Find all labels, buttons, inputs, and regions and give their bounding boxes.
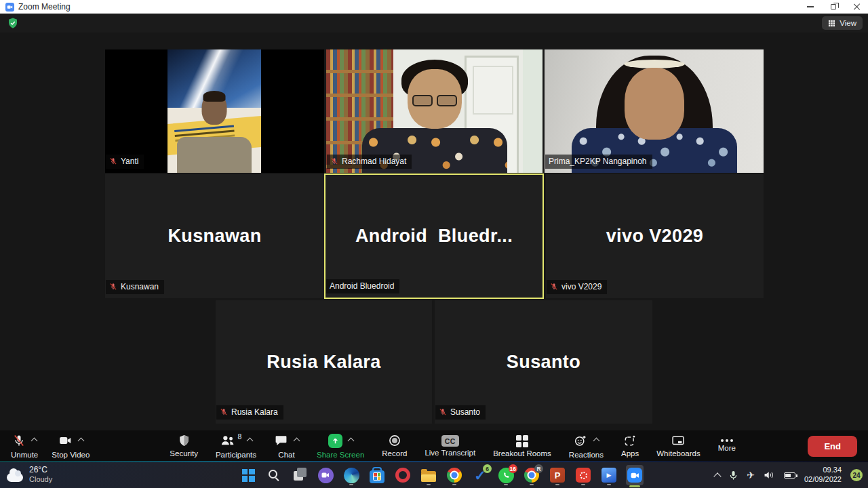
speaker-icon[interactable] (764, 470, 775, 480)
airplane-mode-icon[interactable]: ✈ (747, 470, 755, 480)
security-button[interactable]: Security (170, 434, 198, 459)
close-button[interactable] (845, 0, 868, 14)
participant-name-tag: Kusnawan (106, 280, 164, 294)
participant-name-tag: Prima_KP2KP Nangapinoh (545, 155, 652, 169)
whatsapp-button[interactable]: 16 (497, 464, 515, 487)
folder-icon (421, 471, 436, 482)
battery-charging-icon[interactable] (784, 472, 795, 479)
participants-icon (220, 434, 236, 447)
taskbar-clock[interactable]: 09.34 02/09/2022 (804, 466, 842, 485)
system-tray: ✈ 09.34 02/09/2022 24 (715, 462, 863, 488)
file-explorer-button[interactable] (420, 464, 437, 487)
shield-icon (178, 434, 191, 447)
person-face (625, 68, 684, 140)
movies-tv-button[interactable]: ▶ (600, 464, 618, 487)
minimize-button[interactable] (799, 0, 822, 14)
person-silhouette-head (202, 93, 227, 125)
chevron-up-icon[interactable] (294, 438, 300, 445)
video-tile-susanto[interactable]: Susanto Susanto (435, 300, 652, 424)
end-meeting-button[interactable]: End (808, 436, 857, 457)
stop-video-button[interactable]: Stop Video (52, 434, 90, 459)
view-button[interactable]: View (822, 16, 863, 30)
zoom-app-taskbar-button[interactable] (626, 465, 644, 485)
participant-name-tag: Rusia Kalara (216, 405, 283, 420)
todo-app-button[interactable]: ✓ 6 (471, 464, 489, 487)
tray-mic-icon[interactable] (729, 470, 738, 481)
chevron-up-icon[interactable] (247, 438, 254, 445)
powerpoint-button[interactable]: P (549, 464, 566, 487)
opera-browser-button[interactable] (394, 464, 412, 487)
participant-name: Rachmad Hidayat (342, 157, 406, 166)
tray-chevron-up-icon[interactable] (714, 472, 722, 480)
apps-button[interactable]: Apps (621, 434, 639, 459)
whiteboard-icon (671, 434, 686, 447)
muted-mic-icon (439, 408, 447, 416)
video-tile-yanti[interactable]: Yanti (105, 49, 324, 173)
live-transcript-button[interactable]: CC Live Transcript (425, 434, 475, 459)
microsoft-store-button[interactable] (368, 464, 386, 487)
share-screen-button[interactable]: Share Screen (317, 434, 364, 459)
more-button[interactable]: More (718, 434, 736, 459)
video-chat-app-icon (318, 468, 334, 483)
reactions-button[interactable]: Reactions (569, 434, 604, 459)
task-view-button[interactable] (291, 464, 309, 487)
search-button[interactable] (265, 464, 283, 487)
muted-mic-icon (109, 157, 117, 165)
zoom-app-icon (5, 3, 14, 12)
breakout-rooms-button[interactable]: Breakout Rooms (493, 434, 551, 459)
red-app-icon (576, 468, 591, 483)
participants-button[interactable]: 8 Participants (216, 434, 256, 459)
video-tile-kusnawan[interactable]: Kusnawan Kusnawan (105, 174, 324, 298)
chevron-up-icon[interactable] (31, 438, 38, 445)
chat-button[interactable]: Chat (274, 434, 299, 459)
breakout-rooms-icon (516, 435, 528, 447)
participant-name: Yanti (121, 157, 138, 166)
grid-view-icon (828, 20, 835, 27)
notification-count-badge[interactable]: 24 (850, 469, 863, 481)
video-tile-vivo-v2029[interactable]: vivo V2029 vivo V2029 (546, 174, 764, 298)
edge-browser-button[interactable] (342, 464, 360, 487)
participant-name-tag: vivo V2029 (547, 280, 607, 294)
chevron-up-icon[interactable] (347, 438, 354, 445)
play-icon: ▶ (601, 468, 616, 483)
window-title: Zoom Meeting (18, 2, 71, 12)
unmute-button[interactable]: Unmute (11, 434, 38, 459)
meeting-security-shield-icon[interactable] (7, 17, 19, 32)
restore-icon (831, 4, 836, 9)
close-icon (852, 3, 861, 11)
meeting-toolbar: Unmute Stop Video Security 8 (0, 430, 868, 462)
record-button[interactable]: Record (382, 434, 407, 459)
chrome-browser-button[interactable] (446, 464, 463, 487)
video-tile-rusia-kalara[interactable]: Rusia Kalara Rusia Kalara (216, 300, 432, 424)
record-icon (388, 434, 401, 447)
chevron-up-icon[interactable] (593, 438, 600, 445)
participant-name: Kusnawan (121, 282, 159, 291)
chrome-profile-button[interactable]: R (523, 464, 540, 487)
yanti-video-frame (167, 49, 261, 173)
whiteboards-button[interactable]: Whiteboards (656, 434, 701, 459)
chat-app-button[interactable] (317, 464, 334, 487)
muted-mic-icon (220, 408, 228, 416)
video-tile-prima-kp2kp-nangapinoh[interactable]: Prima_KP2KP Nangapinoh (545, 49, 764, 173)
todo-badge: 6 (483, 464, 492, 473)
running-indicator (349, 484, 353, 486)
participant-name: Prima_KP2KP Nangapinoh (549, 157, 647, 166)
chevron-up-icon[interactable] (78, 438, 85, 445)
view-button-label: View (840, 19, 856, 27)
video-tile-rachmad-hidayat[interactable]: Rachmad Hidayat (326, 49, 542, 173)
red-app-button[interactable] (574, 464, 592, 487)
participant-name: vivo V2029 (561, 282, 601, 291)
weather-temp: 26°C (29, 465, 52, 475)
chat-bubble-icon (274, 434, 288, 447)
store-icon (370, 470, 384, 483)
participant-name: Susanto (450, 407, 480, 417)
weather-condition: Cloudy (29, 475, 52, 485)
muted-mic-icon (330, 157, 338, 165)
minimize-icon (807, 6, 814, 7)
muted-mic-icon (109, 283, 117, 291)
start-button[interactable] (239, 464, 257, 487)
weather-widget[interactable]: 26°C Cloudy (7, 465, 52, 485)
video-tile-android-bluedroid-active[interactable]: Android Bluedr... Android Bluedroid (324, 174, 544, 299)
zoom-meeting-window: Zoom Meeting View Yanti (0, 0, 868, 488)
restore-button[interactable] (822, 0, 845, 14)
